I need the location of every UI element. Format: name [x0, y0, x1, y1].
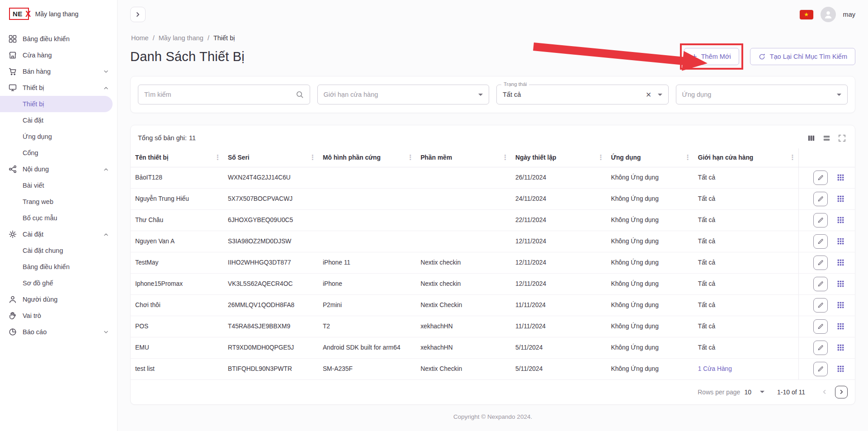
clear-icon[interactable]: ×	[646, 90, 651, 99]
sidebar-item[interactable]: Cửa hàng	[0, 47, 117, 63]
breadcrumb-home[interactable]: Home	[131, 34, 149, 42]
edit-button[interactable]	[813, 256, 828, 270]
chevron-down-icon[interactable]	[478, 94, 483, 96]
sidebar-item[interactable]: Ứng dụng	[0, 128, 117, 145]
sidebar-item[interactable]: Sơ đồ ghế	[0, 275, 117, 291]
column-header[interactable]: Tên thiết bị⋮	[131, 148, 223, 167]
table-row[interactable]: test listBTIFQHDL90N3PWTRSM-A235FNextix …	[131, 358, 855, 379]
sidebar-item[interactable]: Thiết bị	[0, 80, 117, 96]
apps-grid-button[interactable]	[833, 362, 848, 376]
sidebar-item[interactable]: Bài viết	[0, 177, 117, 194]
sidebar-item[interactable]: Bán hàng	[0, 63, 117, 80]
edit-button[interactable]	[813, 362, 828, 376]
previous-page-button[interactable]	[818, 386, 830, 398]
table-row[interactable]: POST45RA84SJE9BBXM9T2xekhachHN11/11/2024…	[131, 316, 855, 337]
sidebar-item[interactable]: Cổng	[0, 145, 117, 161]
apps-grid-icon	[836, 173, 845, 182]
avatar[interactable]	[821, 7, 836, 22]
apps-grid-button[interactable]	[833, 213, 848, 227]
sidebar-item[interactable]: Cài đặt chung	[0, 242, 117, 259]
rows-per-page[interactable]: Rows per page 10	[698, 388, 764, 396]
apps-grid-button[interactable]	[833, 256, 848, 270]
column-menu-icon[interactable]: ⋮	[407, 153, 414, 161]
column-menu-icon[interactable]: ⋮	[684, 153, 691, 161]
table-row[interactable]: Nguyen Van AS3IA98OZ2MD0DJSW12/11/2024Kh…	[131, 231, 855, 252]
next-page-button[interactable]	[835, 386, 848, 398]
list-view-button[interactable]	[820, 131, 833, 145]
apps-grid-button[interactable]	[833, 192, 848, 206]
edit-button[interactable]	[813, 171, 828, 185]
search-input[interactable]	[144, 91, 296, 98]
chevron-down-icon[interactable]	[760, 391, 764, 393]
apps-grid-button[interactable]	[833, 171, 848, 185]
sidebar-item[interactable]: Báo cáo	[0, 324, 117, 340]
cell-date: 24/11/2024	[511, 188, 606, 209]
apps-grid-button[interactable]	[833, 234, 848, 249]
table-row[interactable]: Thư Châu6JHOXGYBEQ09U0C522/11/2024Không …	[131, 209, 855, 231]
edit-button[interactable]	[813, 213, 828, 227]
fullscreen-button[interactable]	[835, 131, 849, 145]
app-filter[interactable]: Ứng dụng	[676, 85, 848, 104]
cell-app: Không Ứng dụng	[606, 316, 693, 337]
column-header[interactable]: Số Seri⋮	[223, 148, 318, 167]
sidebar-collapse-button[interactable]	[130, 7, 146, 22]
edit-button[interactable]	[813, 192, 828, 206]
rebuild-search-index-button[interactable]: Tạo Lại Chỉ Mục Tìm Kiếm	[750, 48, 855, 65]
status-filter[interactable]: Trạng thái Tất cả ×	[496, 85, 669, 104]
sidebar-item[interactable]: Thiết bị	[0, 96, 113, 112]
search-field[interactable]	[138, 85, 310, 104]
breadcrumb-tenant[interactable]: Mầy lang thang	[159, 34, 203, 42]
column-menu-icon[interactable]: ⋮	[214, 153, 221, 161]
apps-grid-button[interactable]	[833, 341, 848, 355]
language-flag-button[interactable]: ★	[800, 10, 813, 19]
grid-view-button[interactable]	[804, 131, 818, 145]
cell-actions	[798, 252, 855, 273]
edit-button[interactable]	[813, 341, 828, 355]
apps-grid-button[interactable]	[833, 277, 848, 291]
sidebar-item[interactable]: Cài đặt	[0, 226, 117, 242]
cell-hardware: iPhone	[318, 273, 416, 294]
sidebar-item[interactable]: Bố cục mẫu	[0, 210, 117, 226]
edit-button[interactable]	[813, 277, 828, 291]
column-header[interactable]: Ứng dụng⋮	[606, 148, 693, 167]
add-new-button[interactable]: + Thêm Mới	[684, 48, 739, 65]
sidebar-item[interactable]: Nội dung	[0, 161, 117, 177]
sidebar-item[interactable]: Bảng điều khiển	[0, 31, 117, 47]
sidebar-item[interactable]: Trang web	[0, 194, 117, 210]
column-menu-icon[interactable]: ⋮	[502, 153, 509, 161]
column-menu-icon[interactable]: ⋮	[597, 153, 604, 161]
column-header[interactable]: Giới hạn cửa hàng⋮	[693, 148, 798, 167]
cell-app: Không Ứng dụng	[606, 231, 693, 252]
table-row[interactable]: EMURT9XD0MDH0QPGE5JAndroid SDK built for…	[131, 337, 855, 358]
edit-button[interactable]	[813, 234, 828, 249]
table-row[interactable]: BảoIT128WXN24T4G2JJ14C6U26/11/2024Không …	[131, 167, 855, 188]
sidebar-item[interactable]: Bảng điều khiển	[0, 259, 117, 275]
chevron-down-icon[interactable]	[837, 94, 841, 96]
table-row[interactable]: Iphone15PromaxVK3L5S62AQECR4OCiPhoneNext…	[131, 273, 855, 294]
store-limit-filter[interactable]: Giới hạn cửa hàng	[317, 85, 490, 104]
cell-store-limit: Tất cả	[693, 294, 798, 316]
store-limit-link[interactable]: 1 Cửa Hàng	[698, 365, 732, 372]
column-header[interactable]: Mô hình phần cứng⋮	[318, 148, 416, 167]
apps-grid-button[interactable]	[833, 319, 848, 334]
column-header[interactable]: Phần mềm⋮	[416, 148, 511, 167]
logo-row[interactable]: NE X Mầy lang thang	[0, 0, 117, 26]
table-row[interactable]: Nguyễn Trung Hiếu5X7X507BOCPVACWJ24/11/2…	[131, 188, 855, 209]
column-menu-icon[interactable]: ⋮	[309, 153, 316, 161]
edit-button[interactable]	[813, 319, 828, 334]
device-icon	[8, 83, 17, 92]
apps-grid-button[interactable]	[833, 298, 848, 313]
column-menu-icon[interactable]: ⋮	[789, 153, 796, 161]
cell-store-limit: Tất cả	[693, 273, 798, 294]
edit-button[interactable]	[813, 298, 828, 313]
sidebar-item[interactable]: Cài đặt	[0, 112, 117, 128]
logo-x-text: X	[25, 9, 31, 19]
table-row[interactable]: Chơi thôi26MMLQV1QODH8FA8P2miniNextix Ch…	[131, 294, 855, 316]
cell-software	[416, 167, 511, 188]
username[interactable]: may	[843, 11, 855, 18]
column-header[interactable]: Ngày thiết lập⋮	[511, 148, 606, 167]
sidebar-item[interactable]: Vai trò	[0, 308, 117, 324]
chevron-down-icon[interactable]	[658, 94, 662, 96]
sidebar-item[interactable]: Người dùng	[0, 291, 117, 308]
table-row[interactable]: TestMayIIHO2WHHGQ3DT877iPhone 11Nextix c…	[131, 252, 855, 273]
